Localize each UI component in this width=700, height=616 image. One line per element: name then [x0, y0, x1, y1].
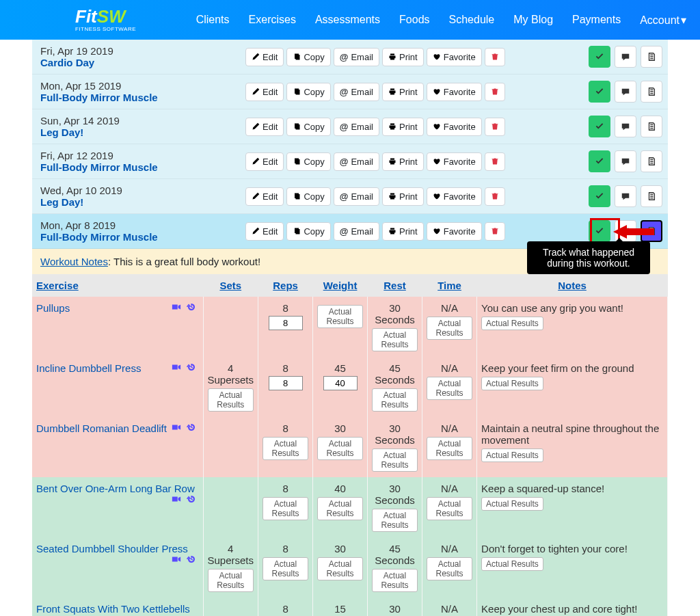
delete-button[interactable] — [485, 222, 505, 241]
chat-button[interactable] — [615, 46, 636, 68]
print-button[interactable]: Print — [382, 48, 424, 66]
actual-results-button[interactable]: Actual Results — [427, 497, 472, 520]
print-button[interactable]: Print — [382, 152, 424, 171]
video-icon[interactable] — [172, 362, 181, 372]
video-icon[interactable] — [172, 494, 181, 504]
print-button[interactable]: Print — [382, 83, 424, 101]
workout-row[interactable]: Sun, Apr 14 2019 Leg Day! Edit Copy @Ema… — [32, 109, 668, 144]
complete-check-button[interactable] — [589, 116, 610, 137]
actual-results-button[interactable]: Actual Results — [372, 448, 418, 472]
nav-schedule[interactable]: Schedule — [449, 14, 495, 27]
workout-name[interactable]: Leg Day! — [40, 126, 245, 138]
workout-name[interactable]: Full-Body Mirror Muscle — [40, 92, 245, 103]
actual-results-button[interactable]: Actual Results — [481, 317, 543, 330]
edit-button[interactable]: Edit — [245, 118, 284, 136]
track-notes-button[interactable] — [641, 116, 662, 137]
header-rest[interactable]: Rest — [368, 274, 422, 297]
print-button[interactable]: Print — [382, 118, 424, 136]
actual-results-button[interactable]: Actual Results — [317, 305, 363, 328]
email-button[interactable]: @Email — [334, 48, 379, 66]
favorite-button[interactable]: Favorite — [427, 222, 482, 241]
video-icon[interactable] — [172, 423, 181, 432]
print-button[interactable]: Print — [382, 187, 424, 206]
exercise-name[interactable]: Incline Dumbbell Press — [36, 362, 141, 374]
actual-results-button[interactable]: Actual Results — [427, 317, 472, 340]
actual-results-button[interactable]: Actual Results — [427, 557, 472, 580]
workout-name[interactable]: Full-Body Mirror Muscle — [40, 161, 245, 173]
actual-results-button[interactable]: Actual Results — [262, 437, 308, 460]
edit-button[interactable]: Edit — [245, 222, 284, 241]
edit-button[interactable]: Edit — [245, 83, 284, 101]
track-notes-button[interactable] — [641, 46, 662, 68]
exercise-name[interactable]: Bent Over One-Arm Long Bar Row — [36, 483, 195, 494]
header-notes[interactable]: Notes — [477, 274, 668, 297]
copy-button[interactable]: Copy — [286, 83, 330, 101]
exercise-name[interactable]: Front Squats With Two Kettlebells — [36, 603, 190, 615]
video-icon[interactable] — [172, 554, 181, 564]
workout-row[interactable]: Fri, Apr 12 2019 Full-Body Mirror Muscle… — [32, 144, 668, 179]
complete-check-button[interactable] — [589, 150, 610, 172]
copy-button[interactable]: Copy — [286, 152, 330, 171]
actual-results-button[interactable]: Actual Results — [208, 388, 254, 412]
chat-button[interactable] — [615, 81, 636, 103]
actual-results-button[interactable]: Actual Results — [208, 569, 254, 592]
print-button[interactable]: Print — [382, 222, 424, 241]
exercise-name[interactable]: Seated Dumbbell Shoulder Press — [36, 543, 188, 554]
header-weight[interactable]: Weight — [313, 274, 368, 297]
history-icon[interactable] — [187, 362, 196, 372]
workout-notes-link[interactable]: Workout Notes — [40, 256, 108, 267]
nav-assessments[interactable]: Assessments — [315, 14, 380, 27]
actual-results-button[interactable]: Actual Results — [481, 448, 543, 462]
header-exercise[interactable]: Exercise — [32, 274, 203, 297]
actual-results-button[interactable]: Actual Results — [372, 569, 418, 592]
actual-results-button[interactable]: Actual Results — [372, 388, 418, 412]
copy-button[interactable]: Copy — [286, 48, 330, 66]
copy-button[interactable]: Copy — [286, 222, 330, 241]
workout-name[interactable]: Leg Day! — [40, 196, 245, 208]
workout-row[interactable]: Mon, Apr 8 2019 Full-Body Mirror Muscle … — [32, 214, 668, 249]
nav-myblog[interactable]: My Blog — [513, 14, 553, 27]
actual-results-button[interactable]: Actual Results — [317, 437, 363, 460]
complete-check-button[interactable] — [589, 46, 610, 68]
complete-check-button[interactable] — [589, 81, 610, 103]
actual-results-button[interactable]: Actual Results — [262, 557, 308, 580]
email-button[interactable]: @Email — [334, 118, 379, 136]
track-notes-button[interactable] — [641, 150, 662, 172]
delete-button[interactable] — [485, 118, 505, 136]
actual-results-button[interactable]: Actual Results — [372, 328, 418, 351]
header-reps[interactable]: Reps — [258, 274, 313, 297]
favorite-button[interactable]: Favorite — [427, 152, 482, 171]
history-icon[interactable] — [187, 554, 196, 564]
history-icon[interactable] — [187, 423, 196, 432]
reps-input[interactable] — [269, 376, 303, 390]
complete-check-button[interactable] — [589, 220, 610, 242]
workout-name[interactable]: Full-Body Mirror Muscle — [40, 231, 245, 243]
workout-row[interactable]: Fri, Apr 19 2019 Cardio Day Edit Copy @E… — [32, 40, 668, 75]
email-button[interactable]: @Email — [334, 187, 379, 206]
chat-button[interactable] — [615, 185, 636, 207]
nav-exercises[interactable]: Exercises — [249, 14, 296, 27]
delete-button[interactable] — [485, 152, 505, 171]
video-icon[interactable] — [172, 302, 181, 312]
email-button[interactable]: @Email — [334, 222, 379, 241]
email-button[interactable]: @Email — [334, 83, 379, 101]
header-sets[interactable]: Sets — [203, 274, 258, 297]
complete-check-button[interactable] — [589, 185, 610, 207]
actual-results-button[interactable]: Actual Results — [481, 557, 543, 571]
actual-results-button[interactable]: Actual Results — [317, 497, 363, 520]
track-notes-button[interactable] — [641, 185, 662, 207]
exercise-name[interactable]: Dumbbell Romanian Deadlift — [36, 423, 167, 434]
delete-button[interactable] — [485, 187, 505, 206]
chat-button[interactable] — [615, 116, 636, 137]
workout-row[interactable]: Mon, Apr 15 2019 Full-Body Mirror Muscle… — [32, 75, 668, 109]
favorite-button[interactable]: Favorite — [427, 187, 482, 206]
actual-results-button[interactable]: Actual Results — [262, 497, 308, 520]
favorite-button[interactable]: Favorite — [427, 83, 482, 101]
history-icon[interactable] — [187, 494, 196, 504]
exercise-name[interactable]: Pullups — [36, 302, 70, 314]
actual-results-button[interactable]: Actual Results — [427, 377, 472, 400]
nav-account[interactable]: Account▾ — [640, 14, 686, 27]
workout-row[interactable]: Wed, Apr 10 2019 Leg Day! Edit Copy @Ema… — [32, 179, 668, 214]
track-notes-button[interactable] — [641, 81, 662, 103]
edit-button[interactable]: Edit — [245, 152, 284, 171]
